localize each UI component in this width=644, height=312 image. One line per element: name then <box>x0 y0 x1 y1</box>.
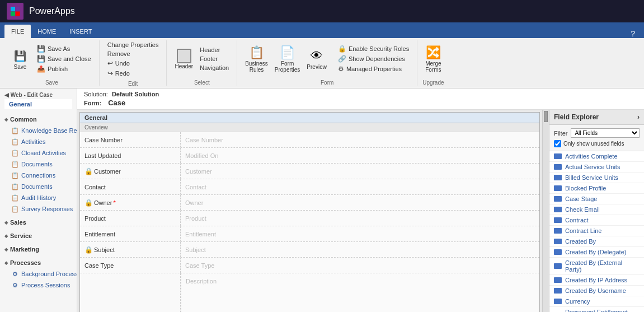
preview-label: Preview <box>307 64 327 70</box>
field-list-item[interactable]: Created By <box>549 236 644 247</box>
sidebar-item-documents2[interactable]: 📋 Documents <box>0 181 77 192</box>
contact-field[interactable]: Contact <box>181 179 539 194</box>
managed-properties-button[interactable]: ⚙ Managed Properties <box>335 64 412 74</box>
sidebar-item-process-sessions[interactable]: ⚙ Process Sessions <box>0 280 77 291</box>
tab-home[interactable]: HOME <box>31 25 63 38</box>
save-close-button[interactable]: 💾 Save and Close <box>34 54 95 64</box>
redo-button[interactable]: ↪ Redo <box>104 68 162 78</box>
description-area[interactable]: Description <box>181 273 539 312</box>
save-button[interactable]: 💾 Save <box>9 46 31 72</box>
ribbon-group-upgrade: 🔀 MergeForms Upgrade <box>417 40 449 86</box>
field-list-item[interactable]: Blocked Profile <box>549 183 644 194</box>
show-dependencies-button[interactable]: 🔗 Show Dependencies <box>335 54 412 64</box>
field-list-item[interactable]: Contract Line <box>549 226 644 236</box>
field-list-item[interactable]: Created By Username <box>549 286 644 296</box>
merge-forms-button[interactable]: 🔀 MergeForms <box>422 43 444 75</box>
sidebar-item-audit-history[interactable]: 📋 Audit History <box>0 192 77 203</box>
field-list-item[interactable]: Created By (External Party) <box>549 258 644 275</box>
form-properties-button[interactable]: 📄 FormProperties <box>271 43 304 75</box>
save-icon: 💾 <box>12 48 28 64</box>
case-type-label: Case Type <box>80 258 181 273</box>
edit-group-label: Edit <box>128 78 138 87</box>
field-list-item[interactable]: Check Email <box>549 204 644 215</box>
business-rules-button[interactable]: 📋 BusinessRules <box>242 43 271 75</box>
navigation-button[interactable]: Navigation <box>196 63 232 72</box>
process-sessions-icon: ⚙ <box>11 281 19 289</box>
field-list-item[interactable]: Decrement Entitlement Terms <box>549 307 644 312</box>
field-list-item[interactable]: Activities Complete <box>549 151 644 162</box>
form-section-general-header[interactable]: General <box>80 113 539 123</box>
solution-line: Solution: Default Solution <box>84 91 637 97</box>
owner-field[interactable]: Owner <box>181 195 539 210</box>
form-row-case-number: Case Number Case Number <box>80 132 539 148</box>
field-explorer-title: Field Explorer <box>554 113 599 121</box>
enable-security-button[interactable]: 🔒 Enable Security Roles <box>335 44 412 54</box>
publish-button[interactable]: 📤 Publish <box>34 64 95 74</box>
case-number-field[interactable]: Case Number <box>181 132 539 147</box>
sidebar: ◀ Web - Edit Case General Common 📋 Knowl… <box>0 89 77 312</box>
form-row-case-type: Case Type Case Type <box>80 258 539 273</box>
overview-subsection: Overview <box>80 123 539 132</box>
sidebar-item-survey-responses[interactable]: 📋 Survey Responses <box>0 203 77 215</box>
sidebar-item-kb[interactable]: 📋 Knowledge Base Reco... <box>0 125 77 136</box>
form-section-general: General Overview Case Number Case Number <box>79 112 540 312</box>
last-updated-field[interactable]: Modified On <box>181 148 539 163</box>
case-type-field[interactable]: Case Type <box>181 258 539 273</box>
sidebar-item-activities[interactable]: 📋 Activities <box>0 136 77 147</box>
save-close-label: Save and Close <box>48 55 91 62</box>
field-list-item[interactable]: Actual Service Units <box>549 162 644 173</box>
form-properties-label: FormProperties <box>275 60 300 73</box>
help-icon[interactable]: ? <box>626 29 640 38</box>
subject-field[interactable]: Subject <box>181 242 539 257</box>
sidebar-item-bg-processes[interactable]: ⚙ Background Processes <box>0 268 77 280</box>
form-scrollbar[interactable] <box>542 110 549 312</box>
field-list-item[interactable]: Currency <box>549 296 644 307</box>
customer-required-icon: 🔒 <box>84 167 93 175</box>
tab-insert[interactable]: INSERT <box>63 25 98 38</box>
sidebar-item-closed-activities[interactable]: 📋 Closed Activities <box>0 147 77 159</box>
field-list-item[interactable]: Created By IP Address <box>549 275 644 286</box>
scrollbar-thumb[interactable] <box>544 111 548 122</box>
ribbon-group-select: Header Header Footer Navigation Select <box>167 40 237 86</box>
remove-button[interactable]: Remove <box>104 49 162 58</box>
sidebar-section-common: Common 📋 Knowledge Base Reco... 📋 Activi… <box>0 113 77 216</box>
field-list-item[interactable]: Case Stage <box>549 194 644 204</box>
footer-label: Footer <box>200 55 218 62</box>
field-item-icon <box>554 263 562 269</box>
form-row-product: Product Product <box>80 211 539 226</box>
sidebar-header: ◀ Web - Edit Case General <box>0 89 77 113</box>
undo-button[interactable]: ↩ Undo <box>104 58 162 68</box>
field-explorer-filter: Filter All Fields Only show unused field… <box>549 125 644 151</box>
kb-icon: 📋 <box>11 127 19 134</box>
field-list-item[interactable]: Contract <box>549 215 644 226</box>
body-button[interactable]: Header <box>171 46 196 72</box>
change-properties-button[interactable]: Change Properties <box>104 40 162 49</box>
filter-select[interactable]: All Fields <box>571 128 640 138</box>
entitlement-field[interactable]: Entitlement <box>181 226 539 241</box>
product-field[interactable]: Product <box>181 211 539 226</box>
preview-button[interactable]: 👁 Preview <box>303 46 330 72</box>
field-explorer-toggle[interactable]: › <box>637 113 640 121</box>
solution-name: Default Solution <box>112 91 159 97</box>
form-name: Case <box>108 99 125 107</box>
field-list-item[interactable]: Created By (Delegate) <box>549 247 644 258</box>
unused-fields-checkbox[interactable] <box>554 140 561 147</box>
header-label: Header <box>200 46 220 53</box>
customer-label: 🔒 Customer <box>80 164 181 179</box>
field-item-icon <box>554 164 562 170</box>
save-as-button[interactable]: 💾 Save As <box>34 44 95 54</box>
sidebar-section-sales-title: Sales <box>0 217 77 228</box>
sidebar-item-general[interactable]: General <box>4 99 72 109</box>
header-button[interactable]: Header <box>196 45 232 54</box>
sidebar-item-connections[interactable]: 📋 Connections <box>0 170 77 181</box>
connections-icon: 📋 <box>11 171 19 179</box>
top-bar: PowerApps <box>0 0 644 22</box>
sidebar-section-marketing: Marketing <box>0 243 77 256</box>
form-row-last-updated: Last Updated Modified On <box>80 148 539 164</box>
customer-field[interactable]: Customer <box>181 164 539 179</box>
tab-file[interactable]: FILE <box>4 25 31 38</box>
body-icon <box>177 49 191 63</box>
footer-button[interactable]: Footer <box>196 54 232 63</box>
field-list-item[interactable]: Billed Service Units <box>549 173 644 183</box>
sidebar-item-documents1[interactable]: 📋 Documents <box>0 159 77 170</box>
